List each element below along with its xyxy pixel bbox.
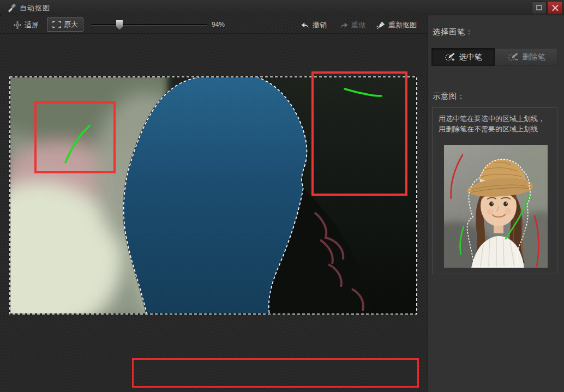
original-size-icon <box>52 21 61 28</box>
zoom-slider[interactable] <box>91 24 207 26</box>
cutout-tool-icon <box>7 3 17 13</box>
brush-panel-title: 选择画笔： <box>433 27 473 37</box>
redo-label: 重做 <box>351 20 365 30</box>
fit-screen-label: 适屏 <box>25 20 39 30</box>
canvas-area <box>0 34 428 357</box>
example-image <box>444 145 548 268</box>
example-section-title: 示意图： <box>433 92 465 101</box>
brush-panel: 选择画笔： 选中笔 删除笔 示意 <box>428 15 564 392</box>
redo-button[interactable]: 重做 <box>339 16 365 34</box>
undo-button[interactable]: 撤销 <box>301 16 327 34</box>
app-window: 自动抠图 适屏 原大 94% <box>0 0 564 392</box>
select-brush-icon <box>445 52 455 62</box>
redo-icon <box>339 21 349 29</box>
fit-screen-button[interactable]: 适屏 <box>13 16 39 34</box>
select-brush-label: 选中笔 <box>459 52 482 62</box>
zoom-percent: 94% <box>212 21 225 28</box>
brush-choice-row: 选中笔 删除笔 <box>431 48 558 66</box>
undo-label: 撤销 <box>313 20 327 30</box>
example-groupbox: 用选中笔在要选中的区域上划线，用删除笔在不需要的区域上划线 <box>432 107 557 274</box>
close-button[interactable] <box>548 1 562 14</box>
instruction-text: 用选中笔在要选中的区域上划线，用删除笔在不需要的区域上划线 <box>439 113 551 134</box>
photo-preview[interactable] <box>9 76 417 315</box>
recut-brush-icon <box>376 21 386 29</box>
maximize-icon <box>536 5 542 10</box>
close-icon <box>552 5 559 11</box>
zoom-slider-handle[interactable] <box>116 20 123 30</box>
undo-icon <box>301 21 310 29</box>
recut-button[interactable]: 重新抠图 <box>376 16 417 34</box>
original-size-button[interactable]: 原大 <box>47 17 83 32</box>
delete-brush-icon <box>508 52 519 62</box>
select-brush-button[interactable]: 选中笔 <box>431 48 495 66</box>
delete-brush-button[interactable]: 删除笔 <box>495 48 558 66</box>
maximize-button[interactable] <box>532 1 547 14</box>
recut-label: 重新抠图 <box>388 20 417 30</box>
delete-brush-label: 删除笔 <box>523 52 545 62</box>
title-bar: 自动抠图 <box>0 0 564 15</box>
fit-screen-icon <box>13 21 22 29</box>
bottom-bar: 保留区域： 当前选中区域 非选中区域 替换背景 取消 <box>0 357 428 392</box>
window-title: 自动抠图 <box>20 3 50 13</box>
original-size-label: 原大 <box>64 20 78 29</box>
